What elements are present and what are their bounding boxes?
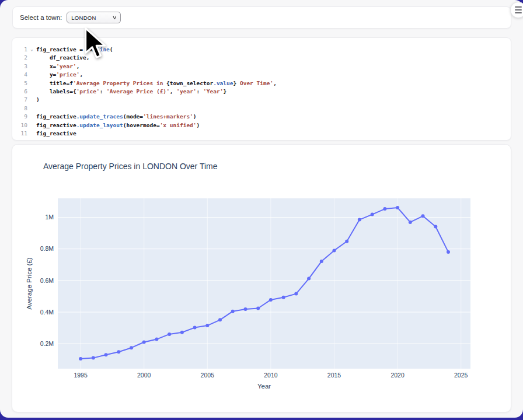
fold-gutter [27,121,36,130]
x-axis-title: Year [257,383,271,390]
code-text: fig_reactive = px.line( [36,46,511,54]
code-line: 11fig_reactive [12,130,511,138]
code-line: 1⌄fig_reactive = px.line( [12,46,511,54]
menu-button[interactable] [510,2,523,18]
x-tick-labels: 1995200020052010201520202025 [74,372,468,379]
fold-gutter [27,62,36,71]
code-text: y='price', [36,71,511,79]
code-text: x='year', [36,62,511,71]
code-line: 8 [12,104,511,113]
code-line: 10fig_reactive.update_layout(hovermode='… [12,121,511,130]
code-text: labels={'price': 'Average Price (£)', 'y… [36,88,511,96]
line-number: 1 [12,46,27,54]
code-editor-cell[interactable]: 1⌄fig_reactive = px.line(2 df_reactive,3… [12,37,511,141]
fold-gutter [27,104,36,113]
fold-caret-icon[interactable]: ⌄ [27,46,36,54]
line-number: 9 [12,113,27,121]
code-line: 7) [12,96,511,104]
y-tick-labels: 0.2M0.4M0.6M0.8M1M [40,214,54,347]
chart-title: Average Property Prices in LONDON Over T… [43,162,218,171]
fold-gutter [27,79,36,88]
svg-text:2025: 2025 [454,372,468,379]
chart-output-cell: 0.2M0.4M0.6M0.8M1M1995200020052010201520… [12,144,511,412]
svg-text:0.8M: 0.8M [40,245,54,252]
line-number: 5 [12,79,27,88]
svg-text:0.6M: 0.6M [40,277,54,284]
line-number: 8 [12,104,27,113]
code-line: 2 df_reactive, [12,54,511,62]
fold-gutter [27,130,36,138]
svg-text:2000: 2000 [137,372,151,379]
svg-text:0.4M: 0.4M [40,309,54,316]
line-number: 3 [12,62,27,71]
svg-text:2015: 2015 [327,372,341,379]
svg-text:2005: 2005 [201,372,215,379]
plot-area[interactable] [58,198,470,369]
hamburger-icon [515,6,522,8]
svg-text:2020: 2020 [390,372,405,379]
code-lines: 1⌄fig_reactive = px.line(2 df_reactive,3… [12,46,511,138]
svg-text:2010: 2010 [264,372,278,379]
fold-gutter [27,71,36,79]
svg-text:0.2M: 0.2M [40,340,54,347]
line-number: 6 [12,88,27,96]
code-line: 9fig_reactive.update_traces(mode='lines+… [12,113,511,121]
line-number: 10 [12,121,27,130]
code-text: title=f'Average Property Prices in {town… [36,79,511,88]
town-select-value: LONDON [71,15,112,21]
town-select-label: Select a town: [20,14,62,21]
code-line: 3 x='year', [12,62,511,71]
town-select-dropdown[interactable]: LONDON ∨ [67,12,121,23]
y-axis-title: Average Price (£) [26,257,33,309]
code-line: 5 title=f'Average Property Prices in {to… [12,79,511,88]
code-line: 6 labels={'price': 'Average Price (£)', … [12,88,511,96]
fold-gutter [27,88,36,96]
svg-text:1995: 1995 [74,372,88,379]
line-number: 11 [12,130,27,138]
notebook-page: Select a town: LONDON ∨ 1⌄fig_reactive =… [0,0,523,418]
code-text: df_reactive, [36,54,511,62]
code-text [36,104,511,113]
line-number: 4 [12,71,27,79]
code-text: fig_reactive.update_traces(mode='lines+m… [36,113,511,121]
fold-gutter [27,96,36,104]
code-text: ) [36,96,511,104]
code-text: fig_reactive.update_layout(hovermode='x … [36,121,511,130]
code-text: fig_reactive [36,130,511,138]
line-number: 7 [12,96,27,104]
widget-bar: Select a town: LONDON ∨ [12,6,511,29]
code-line: 4 y='price', [12,71,511,79]
fold-gutter [27,113,36,121]
svg-text:1M: 1M [45,214,54,220]
fold-gutter [27,54,36,62]
line-chart[interactable]: 0.2M0.4M0.6M0.8M1M1995200020052010201520… [12,145,512,413]
screen: { "theme": { "frame_color": "#2e28a0", "… [0,0,523,420]
line-number: 2 [12,54,27,62]
chevron-down-icon: ∨ [112,15,117,20]
